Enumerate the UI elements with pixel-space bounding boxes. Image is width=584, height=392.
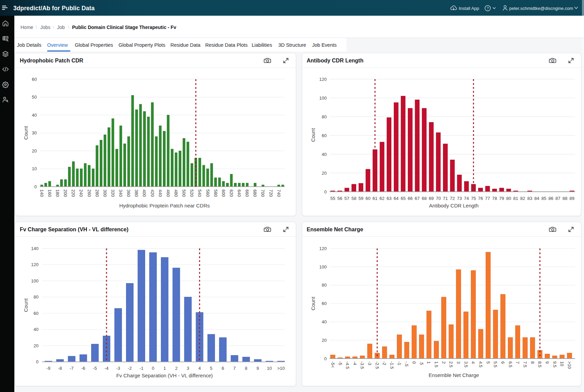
svg-text:1: 1: [426, 361, 431, 364]
svg-text:100: 100: [31, 278, 39, 284]
svg-text:81: 81: [513, 196, 518, 201]
svg-text:10: 10: [32, 166, 37, 171]
svg-text:700: 700: [260, 189, 265, 197]
svg-text:>10: >10: [277, 366, 285, 371]
svg-text:20: 20: [322, 338, 326, 343]
svg-text:Count: Count: [310, 128, 316, 142]
svg-text:100: 100: [319, 96, 327, 101]
svg-text:320: 320: [110, 189, 115, 197]
svg-text:-1: -1: [139, 366, 143, 371]
svg-text:70: 70: [436, 196, 441, 201]
svg-text:540: 540: [197, 189, 202, 197]
svg-text:1.5: 1.5: [434, 361, 439, 367]
svg-text:240: 240: [79, 189, 84, 197]
svg-text:0: 0: [34, 184, 37, 189]
svg-text:120: 120: [319, 77, 327, 82]
svg-text:74: 74: [464, 196, 469, 201]
svg-text:78: 78: [492, 196, 497, 201]
svg-text:0: 0: [324, 356, 326, 361]
svg-text:71: 71: [443, 196, 448, 201]
svg-text:3: 3: [187, 366, 189, 371]
svg-text:-2: -2: [382, 361, 387, 365]
svg-text:62: 62: [379, 196, 384, 201]
svg-text:40: 40: [322, 319, 326, 324]
svg-text:Count: Count: [23, 298, 29, 312]
svg-text:8: 8: [530, 361, 535, 364]
svg-text:-9: -9: [46, 366, 51, 371]
svg-text:Count: Count: [310, 296, 316, 310]
svg-text:58: 58: [351, 196, 356, 201]
svg-text:-5: -5: [338, 361, 343, 365]
svg-text:-4: -4: [105, 366, 109, 371]
svg-text:640: 640: [237, 189, 242, 197]
svg-text:7: 7: [233, 366, 236, 371]
svg-text:30: 30: [32, 130, 37, 135]
svg-text:5.5: 5.5: [493, 361, 498, 367]
svg-text:140: 140: [39, 189, 44, 197]
svg-text:-3: -3: [367, 361, 372, 365]
svg-text:Hydrophobic Proptein Patch nea: Hydrophobic Proptein Patch near CDRs: [119, 203, 210, 208]
svg-text:8: 8: [245, 366, 247, 371]
svg-text:80: 80: [33, 294, 38, 300]
svg-text:380: 380: [134, 189, 139, 197]
svg-text:1: 1: [164, 366, 166, 371]
svg-text:0: 0: [324, 189, 326, 194]
svg-text:Count: Count: [23, 126, 29, 140]
svg-text:160: 160: [47, 189, 52, 197]
svg-text:60: 60: [32, 77, 37, 82]
svg-text:200: 200: [63, 189, 68, 197]
svg-text:-4: -4: [352, 361, 358, 365]
svg-text:2: 2: [175, 366, 178, 371]
svg-text:85: 85: [541, 196, 546, 201]
svg-text:740: 740: [276, 189, 281, 197]
svg-text:63: 63: [387, 196, 391, 201]
svg-text:20: 20: [32, 148, 37, 154]
svg-text:4: 4: [471, 361, 476, 364]
svg-text:61: 61: [373, 196, 377, 201]
svg-text:460: 460: [166, 189, 171, 197]
svg-text:-.5: -.5: [404, 361, 409, 366]
svg-text:340: 340: [118, 189, 123, 197]
svg-text:-3.5: -3.5: [360, 361, 365, 369]
svg-text:180: 180: [55, 189, 60, 197]
svg-text:60: 60: [322, 133, 326, 138]
svg-text:0: 0: [412, 361, 417, 364]
svg-text:40: 40: [32, 113, 37, 118]
svg-text:-2: -2: [128, 366, 132, 371]
svg-text:300: 300: [102, 189, 108, 197]
svg-text:2: 2: [441, 361, 446, 364]
svg-text:720: 720: [268, 189, 274, 197]
svg-text:120: 120: [31, 262, 39, 267]
svg-text:59: 59: [359, 196, 363, 201]
svg-text:0: 0: [36, 359, 39, 364]
svg-text:6.5: 6.5: [508, 361, 513, 367]
svg-text:-5: -5: [93, 366, 97, 371]
svg-text:7: 7: [515, 361, 520, 364]
svg-text:20: 20: [33, 343, 38, 348]
svg-text:-3: -3: [116, 366, 120, 371]
svg-text:64: 64: [394, 196, 399, 201]
svg-text:75: 75: [471, 196, 476, 201]
svg-text:40: 40: [322, 152, 326, 157]
svg-text:6: 6: [500, 361, 505, 364]
svg-text:4.5: 4.5: [478, 361, 483, 367]
svg-text:69: 69: [429, 196, 434, 201]
svg-text:76: 76: [478, 196, 483, 201]
svg-text:60: 60: [33, 311, 38, 316]
svg-text:260: 260: [87, 189, 92, 197]
svg-text:-2.5: -2.5: [375, 361, 380, 369]
svg-text:420: 420: [150, 189, 155, 197]
svg-text:67: 67: [415, 196, 419, 201]
svg-text:82: 82: [520, 196, 525, 201]
svg-text:57: 57: [344, 196, 349, 201]
svg-text:79: 79: [499, 196, 504, 201]
svg-text:56: 56: [337, 196, 342, 201]
svg-text:480: 480: [173, 189, 179, 197]
svg-text:10: 10: [559, 361, 565, 366]
svg-text:0: 0: [152, 366, 154, 371]
svg-text:600: 600: [221, 189, 226, 197]
svg-text:7.5: 7.5: [523, 361, 528, 367]
svg-text:3.5: 3.5: [463, 361, 469, 367]
svg-text:5: 5: [486, 361, 491, 364]
svg-text:9.5: 9.5: [552, 361, 557, 367]
